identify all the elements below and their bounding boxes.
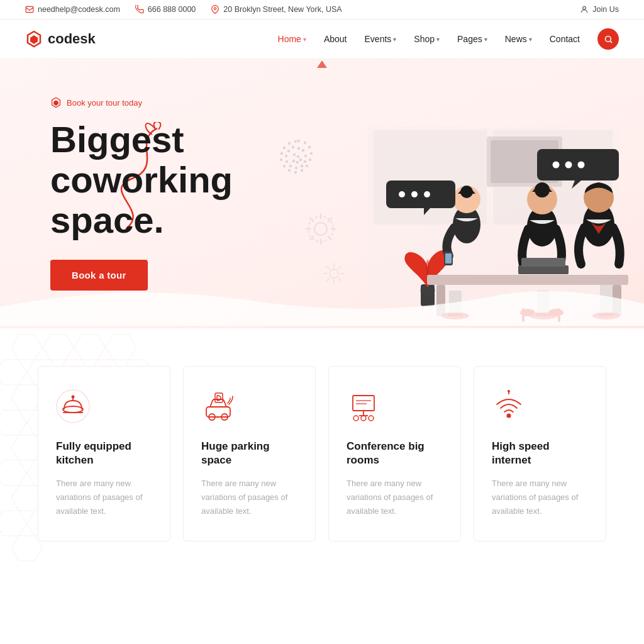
- nav-contact[interactable]: Contact: [550, 34, 580, 44]
- svg-rect-67: [386, 180, 455, 208]
- feature-conference: Conference big rooms There are many new …: [328, 366, 461, 541]
- badge-logo-icon: [50, 97, 62, 108]
- svg-point-64: [460, 186, 473, 198]
- svg-marker-89: [106, 335, 136, 360]
- address-text: 20 Broklyn Street, New York, USA: [223, 5, 341, 14]
- search-button[interactable]: [597, 28, 619, 50]
- hero-content: Book your tour today Biggest coworking s…: [50, 97, 340, 328]
- svg-marker-111: [0, 511, 26, 536]
- hero-section: Book your tour today Biggest coworking s…: [0, 59, 644, 328]
- conference-icon: [347, 389, 443, 426]
- topbar-contact-info: needhelp@codesk.com 666 888 0000 20 Brok…: [25, 5, 342, 14]
- svg-rect-122: [215, 393, 223, 402]
- svg-point-69: [411, 191, 418, 197]
- topbar: needhelp@codesk.com 666 888 0000 20 Brok…: [0, 0, 644, 19]
- logo[interactable]: codesk: [25, 30, 96, 48]
- feature-kitchen-desc: There are many new variations of pasages…: [56, 477, 152, 518]
- svg-marker-90: [0, 360, 26, 385]
- svg-rect-119: [206, 407, 230, 417]
- svg-point-1: [214, 8, 217, 10]
- chevron-down-icon: ▾: [436, 36, 440, 43]
- nav-home[interactable]: Home ▾: [278, 34, 306, 44]
- chevron-down-icon: ▾: [529, 36, 532, 43]
- svg-marker-99: [0, 410, 26, 435]
- svg-point-133: [508, 390, 510, 392]
- nav-events[interactable]: Events ▾: [365, 34, 397, 44]
- svg-point-129: [361, 416, 366, 421]
- svg-point-131: [507, 414, 511, 418]
- join-us-text: Join Us: [592, 5, 619, 14]
- svg-point-128: [353, 416, 358, 421]
- logo-icon: [25, 30, 43, 48]
- feature-conference-desc: There are many new variations of pasages…: [347, 477, 443, 518]
- svg-point-68: [399, 191, 405, 197]
- svg-point-82: [565, 162, 572, 169]
- feature-kitchen-title: Fully equipped kitchen: [56, 440, 152, 467]
- book-tour-button[interactable]: Book a tour: [50, 260, 148, 291]
- svg-marker-86: [11, 335, 42, 360]
- nav-news[interactable]: News ▾: [505, 34, 532, 44]
- nav-about[interactable]: About: [324, 34, 347, 44]
- scroll-indicator: [317, 59, 327, 70]
- chevron-down-icon: ▾: [484, 36, 487, 43]
- feature-parking-title: Huge parking space: [201, 440, 297, 467]
- svg-rect-123: [353, 396, 374, 411]
- topbar-phone: 666 888 0000: [135, 5, 196, 14]
- feature-parking: Huge parking space There are many new va…: [183, 366, 316, 541]
- svg-point-115: [63, 406, 83, 413]
- nav-shop[interactable]: Shop ▾: [414, 34, 440, 44]
- parking-icon: [201, 389, 297, 426]
- features-section: Fully equipped kitchen There are many ne…: [0, 328, 644, 579]
- hero-title: Biggest coworking space.: [50, 119, 340, 240]
- svg-point-117: [72, 396, 75, 399]
- navbar: codesk Home ▾ About Events ▾ Shop ▾ Page…: [0, 19, 644, 59]
- svg-rect-74: [518, 265, 569, 274]
- nav-pages[interactable]: Pages ▾: [457, 34, 487, 44]
- svg-marker-106: [0, 460, 26, 486]
- svg-point-70: [424, 191, 430, 197]
- kitchen-icon: [56, 389, 152, 426]
- feature-internet-desc: There are many new variations of pasages…: [492, 477, 588, 518]
- feature-conference-title: Conference big rooms: [347, 440, 443, 467]
- svg-marker-6: [317, 60, 327, 68]
- svg-marker-87: [43, 335, 74, 360]
- svg-point-73: [535, 182, 550, 197]
- email-text: needhelp@codesk.com: [38, 5, 120, 14]
- phone-text: 666 888 0000: [148, 5, 196, 14]
- svg-point-130: [369, 416, 374, 421]
- hero-badge-text: Book your tour today: [67, 98, 142, 108]
- svg-point-81: [553, 162, 560, 169]
- feature-internet-title: High speed internet: [492, 440, 588, 467]
- search-icon: [604, 35, 613, 44]
- svg-rect-0: [26, 6, 33, 12]
- logo-text: codesk: [48, 31, 96, 47]
- chevron-down-icon: ▾: [393, 36, 396, 43]
- topbar-email: needhelp@codesk.com: [25, 5, 120, 14]
- chevron-down-icon: ▾: [303, 36, 306, 43]
- nav-links: Home ▾ About Events ▾ Shop ▾ Pages ▾ New…: [278, 28, 619, 50]
- wifi-icon: [492, 389, 588, 426]
- svg-point-2: [583, 6, 586, 9]
- svg-rect-66: [445, 253, 452, 264]
- svg-marker-4: [30, 35, 38, 44]
- feature-parking-desc: There are many new variations of pasages…: [201, 477, 297, 518]
- feature-internet: High speed internet There are many new v…: [474, 366, 606, 541]
- features-grid: Fully equipped kitchen There are many ne…: [38, 366, 606, 541]
- join-us-link[interactable]: Join Us: [580, 5, 619, 14]
- svg-rect-75: [521, 258, 565, 267]
- hero-badge: Book your tour today: [50, 97, 340, 108]
- svg-marker-42: [53, 100, 58, 106]
- topbar-address: 20 Broklyn Street, New York, USA: [211, 5, 341, 14]
- feature-kitchen: Fully equipped kitchen There are many ne…: [38, 366, 170, 541]
- svg-marker-88: [74, 335, 105, 360]
- svg-point-5: [605, 36, 611, 42]
- svg-point-83: [578, 162, 585, 169]
